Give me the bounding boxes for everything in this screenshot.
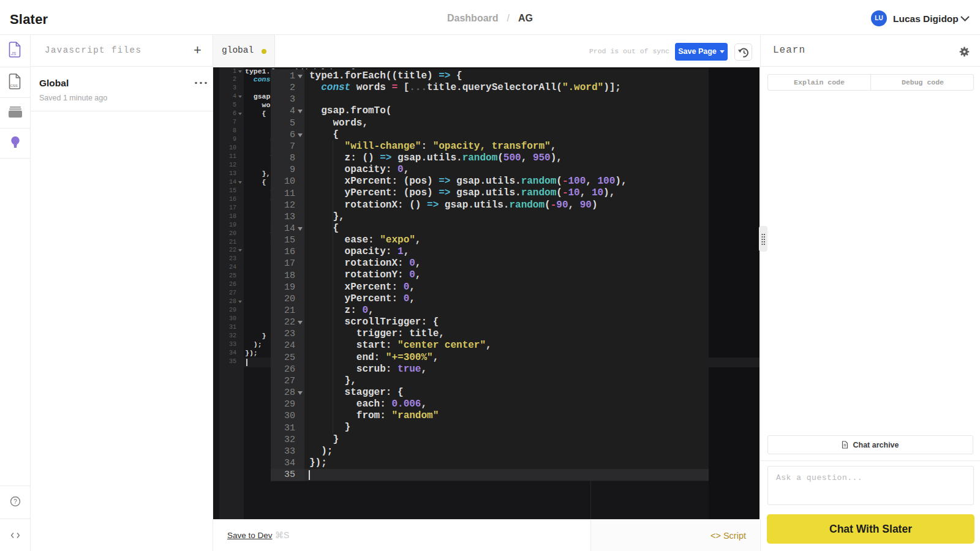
svg-text:JS: JS [10,51,17,56]
svg-text:?: ? [13,498,17,505]
svg-text:CSS: CSS [10,83,17,87]
